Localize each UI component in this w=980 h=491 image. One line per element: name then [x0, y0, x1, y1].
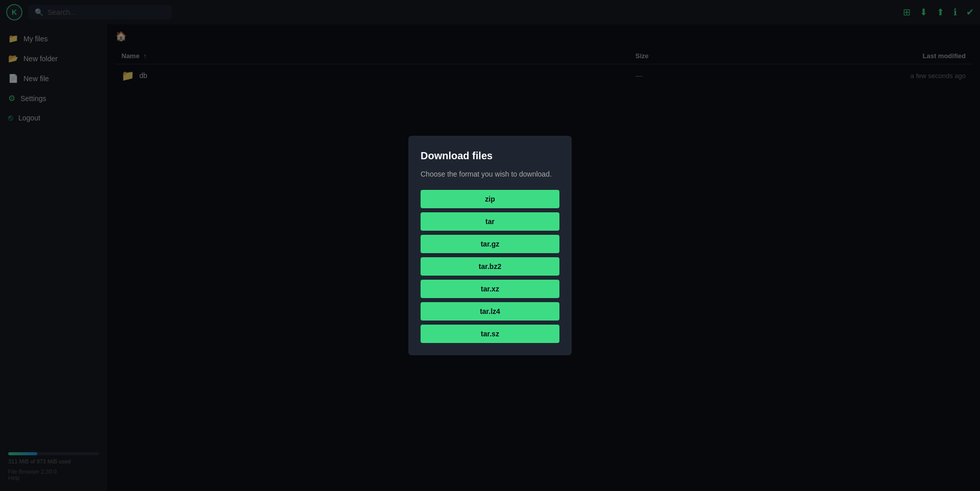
- download-tar.xz-button[interactable]: tar.xz: [421, 280, 559, 298]
- download-tar.sz-button[interactable]: tar.sz: [421, 325, 559, 343]
- modal-title: Download files: [421, 150, 559, 162]
- modal-overlay[interactable]: Download files Choose the format you wis…: [0, 0, 980, 491]
- download-tar.lz4-button[interactable]: tar.lz4: [421, 302, 559, 321]
- download-tar-button[interactable]: tar: [421, 212, 559, 231]
- modal-buttons: ziptartar.gztar.bz2tar.xztar.lz4tar.sz: [421, 190, 559, 343]
- download-tar.gz-button[interactable]: tar.gz: [421, 235, 559, 253]
- download-tar.bz2-button[interactable]: tar.bz2: [421, 257, 559, 276]
- download-modal: Download files Choose the format you wis…: [408, 136, 572, 355]
- modal-description: Choose the format you wish to download.: [421, 169, 559, 180]
- download-zip-button[interactable]: zip: [421, 190, 559, 208]
